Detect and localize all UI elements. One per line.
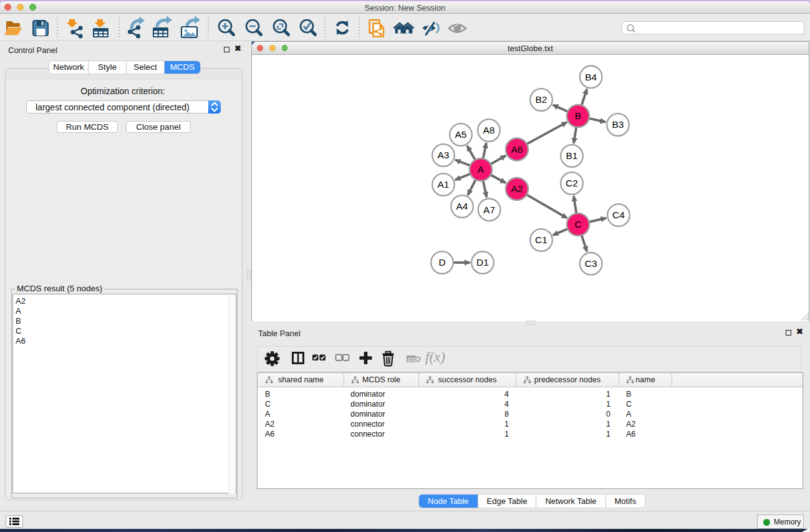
svg-text:A5: A5 bbox=[455, 129, 467, 140]
svg-text:C3: C3 bbox=[585, 258, 597, 269]
svg-text:B4: B4 bbox=[585, 72, 597, 82]
svg-text:C1: C1 bbox=[535, 235, 547, 245]
svg-text:A2: A2 bbox=[511, 183, 523, 194]
svg-text:B: B bbox=[575, 110, 581, 121]
svg-text:B3: B3 bbox=[612, 119, 624, 130]
svg-text:A4: A4 bbox=[456, 201, 468, 211]
svg-text:D1: D1 bbox=[476, 257, 489, 268]
svg-text:A: A bbox=[478, 164, 485, 175]
svg-text:A8: A8 bbox=[483, 125, 495, 135]
svg-text:C2: C2 bbox=[566, 178, 578, 188]
svg-text:A6: A6 bbox=[511, 144, 523, 155]
svg-text:B1: B1 bbox=[566, 150, 578, 161]
svg-text:A7: A7 bbox=[483, 205, 495, 215]
svg-text:A1: A1 bbox=[438, 179, 450, 190]
svg-text:D: D bbox=[438, 257, 445, 268]
svg-text:A3: A3 bbox=[438, 150, 450, 160]
svg-text:B2: B2 bbox=[536, 94, 547, 105]
svg-text:C: C bbox=[574, 219, 581, 230]
svg-text:C4: C4 bbox=[612, 210, 625, 220]
